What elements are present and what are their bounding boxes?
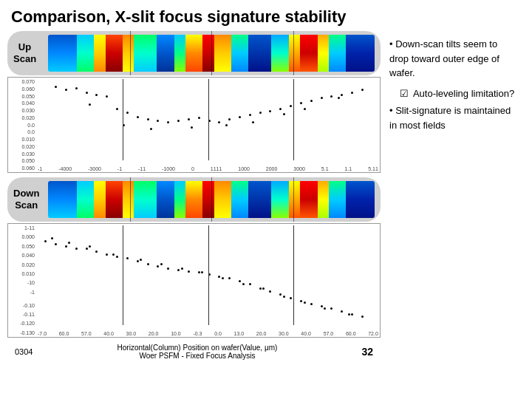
down-scan-colorbar: DownScan (7, 177, 381, 222)
note-bullet-1: • Down-scan tilts seem to drop toward ou… (389, 37, 519, 81)
up-scan-x-axis: -1 -4000 -3000 -1 -11 -1000 0 1111 1000 … (38, 160, 378, 172)
down-scan-scatter: 1-11 0.000 0.050 0.040 0.020 0.010 -10 -… (7, 223, 381, 338)
up-scan-colorbar: UpScan (7, 31, 381, 75)
page-title: Comparison, X-slit focus signature stabi… (0, 0, 532, 31)
up-scan-y-axis: 0.070 0.060 0.050 0.040 0.030 0.020 0.0 … (8, 78, 36, 172)
down-scan-y-axis: 1-11 0.000 0.050 0.040 0.020 0.010 -10 -… (8, 224, 36, 337)
note-bullet-2: • Slit-signature is maintained in most f… (389, 103, 519, 132)
up-scan-scatter: 0.070 0.060 0.050 0.040 0.030 0.020 0.0 … (7, 77, 381, 173)
checkbox-icon: ☑ (400, 86, 409, 101)
footer: 0304 Horizontal(Column) Position on wafe… (7, 342, 381, 361)
footer-left: 0304 (15, 347, 33, 356)
down-scan-block: DownScan (7, 177, 381, 339)
down-scan-label: DownScan (13, 188, 39, 211)
notes-column: • Down-scan tilts seem to drop toward ou… (381, 31, 525, 393)
down-scan-plot-area (38, 225, 378, 325)
up-scan-label: UpScan (13, 41, 36, 64)
footer-right: 32 (361, 346, 373, 358)
down-scan-x-axis: -7.0 60.0 57.0 40.0 30.0 20.0 10.0 -0.3 … (38, 325, 378, 337)
footer-center: Horizontal(Column) Position on wafer(Val… (117, 344, 278, 360)
up-scan-plot-area (38, 79, 378, 160)
up-scan-block: UpScan (7, 31, 381, 174)
note-sub-1: ☑ Auto-leveling limitation? (400, 86, 519, 101)
